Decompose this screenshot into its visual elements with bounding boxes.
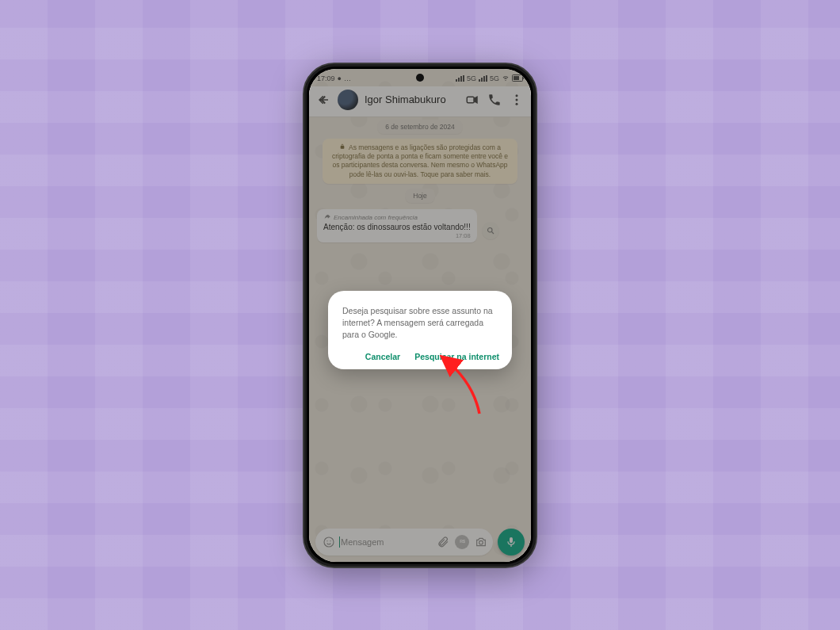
front-camera bbox=[416, 74, 424, 82]
page-background: 17:09 ● … 5G 5G bbox=[0, 0, 840, 630]
cancel-button[interactable]: Cancelar bbox=[365, 352, 400, 361]
phone-frame: 17:09 ● … 5G 5G bbox=[303, 63, 537, 568]
search-web-dialog: Deseja pesquisar sobre esse assunto na i… bbox=[328, 291, 512, 370]
dialog-actions: Cancelar Pesquisar na internet bbox=[342, 352, 499, 361]
confirm-button[interactable]: Pesquisar na internet bbox=[414, 352, 499, 361]
phone-screen: 17:09 ● … 5G 5G bbox=[309, 69, 531, 562]
dialog-body: Deseja pesquisar sobre esse assunto na i… bbox=[342, 305, 499, 342]
